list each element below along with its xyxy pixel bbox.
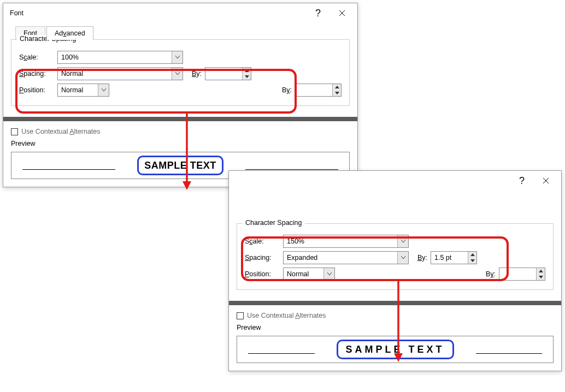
position-value: Normal [287, 270, 323, 278]
section-split [3, 117, 357, 121]
scale-combo[interactable]: 150% [283, 235, 409, 248]
contextual-alternates-checkbox[interactable] [11, 128, 18, 135]
by-label: By: [409, 254, 431, 262]
dialog-title: Font [10, 9, 306, 17]
spacing-by-value: 1.5 pt [431, 252, 468, 264]
font-dialog-1: Font ? Font Advanced Character Spacing S… [3, 3, 358, 187]
scale-dropdown-button[interactable] [397, 235, 408, 247]
chevron-down-icon [401, 256, 405, 259]
preview-underline-right [476, 345, 543, 354]
contextual-alternates-row: Use Contextual Alternates [237, 312, 554, 319]
chevron-down-icon [102, 88, 106, 92]
spacing-by-value [205, 68, 242, 80]
spinner-buttons [536, 268, 545, 280]
spacing-row: Spacing: Expanded By: 1.5 pt [245, 251, 545, 264]
chevron-down-icon [539, 276, 543, 278]
spinner-down-button[interactable] [333, 90, 341, 96]
spinner-down-button[interactable] [243, 74, 251, 80]
chevron-up-icon [470, 253, 475, 256]
preview-box: SAMPLE TEXT [237, 336, 554, 363]
preview-label: Preview [237, 324, 554, 331]
spacing-dropdown-button[interactable] [172, 68, 183, 80]
chevron-up-icon [335, 86, 339, 88]
spacing-label: Spacing: [245, 254, 283, 262]
close-icon [339, 10, 345, 16]
position-row: Position: Normal By: [19, 84, 342, 97]
preview-panel: Preview SAMPLE TEXT [237, 324, 554, 363]
contextual-alternates-row: Use Contextual Alternates [11, 128, 350, 135]
chevron-down-icon [327, 272, 332, 276]
spacing-row: Spacing: Normal By: [19, 67, 342, 80]
chevron-down-icon [335, 92, 339, 94]
dialog-body: Character Spacing Scale: 150% Spacing: E… [229, 191, 561, 371]
scale-combo[interactable]: 100% [57, 51, 183, 64]
position-dropdown-button[interactable] [323, 268, 334, 280]
tab-advanced[interactable]: Advanced [46, 26, 93, 40]
scale-dropdown-button[interactable] [172, 51, 183, 63]
preview-underline-right [245, 161, 338, 170]
position-label: Position: [19, 86, 57, 94]
scale-row: Scale: 150% [245, 235, 545, 248]
preview-sample-text: SAMPLE TEXT [337, 340, 454, 359]
chevron-down-icon [175, 56, 180, 59]
font-dialog-2: ? Character Spacing Scale: 150% Spacing:… [228, 170, 562, 371]
spacing-value: Expanded [287, 254, 397, 262]
spinner-buttons [332, 84, 341, 96]
contextual-alternates-checkbox[interactable] [237, 312, 244, 319]
contextual-alternates-label: Use Contextual Alternates [21, 128, 101, 135]
preview-underline-left [248, 345, 315, 354]
help-button[interactable]: ? [306, 5, 330, 21]
close-button[interactable] [330, 5, 354, 21]
dialog-body: Font Advanced Character Spacing Scale: 1… [3, 23, 357, 187]
spacing-value: Normal [61, 70, 172, 78]
scale-label: Scale: [245, 237, 283, 245]
spinner-up-button[interactable] [468, 252, 476, 258]
chevron-down-icon [175, 72, 180, 75]
position-dropdown-button[interactable] [98, 84, 109, 96]
close-icon [543, 177, 549, 184]
spinner-buttons [468, 252, 476, 264]
spinner-up-button[interactable] [243, 68, 251, 74]
by-label: By: [183, 70, 205, 78]
contextual-alternates-label: Use Contextual Alternates [247, 312, 326, 319]
preview-underline-left [22, 161, 115, 170]
group-label: Character Spacing [243, 219, 305, 227]
spacing-by-spinner[interactable]: 1.5 pt [431, 251, 477, 264]
character-spacing-group: Character Spacing Scale: 150% Spacing: E… [237, 223, 554, 290]
spinner-down-button[interactable] [468, 258, 476, 264]
preview-label: Preview [11, 140, 350, 147]
position-by-spinner[interactable] [295, 84, 342, 97]
scale-label: Scale: [19, 54, 57, 61]
chevron-up-icon [539, 270, 543, 272]
help-button[interactable]: ? [510, 173, 534, 189]
position-by-label: By: [273, 86, 295, 94]
position-by-spinner[interactable] [499, 268, 545, 281]
section-split [229, 301, 561, 305]
scale-value: 150% [287, 237, 397, 245]
chevron-down-icon [470, 259, 475, 262]
scale-row: Scale: 100% [19, 51, 342, 64]
spacing-combo[interactable]: Expanded [283, 251, 409, 264]
close-button[interactable] [534, 173, 558, 189]
spinner-buttons [242, 68, 251, 80]
titlebar: Font ? [3, 3, 357, 23]
spinner-up-button[interactable] [537, 268, 545, 274]
spacing-dropdown-button[interactable] [397, 252, 408, 264]
spacing-combo[interactable]: Normal [57, 67, 183, 80]
spinner-down-button[interactable] [537, 274, 545, 280]
position-combo[interactable]: Normal [283, 268, 335, 281]
position-label: Position: [245, 270, 283, 278]
preview-sample-text: SAMPLE TEXT [137, 156, 223, 175]
position-combo[interactable]: Normal [57, 84, 109, 97]
position-by-value [499, 268, 536, 280]
position-by-value [296, 84, 332, 96]
spacing-label: Spacing: [19, 70, 57, 78]
character-spacing-group: Character Spacing Scale: 100% Spacing: N… [11, 39, 350, 106]
position-value: Normal [61, 86, 98, 94]
spacing-by-spinner[interactable] [205, 67, 251, 80]
spinner-up-button[interactable] [333, 84, 341, 90]
chevron-down-icon [401, 240, 405, 243]
chevron-up-icon [245, 69, 249, 72]
position-row: Position: Normal By: [245, 268, 545, 281]
chevron-down-icon [245, 75, 249, 78]
